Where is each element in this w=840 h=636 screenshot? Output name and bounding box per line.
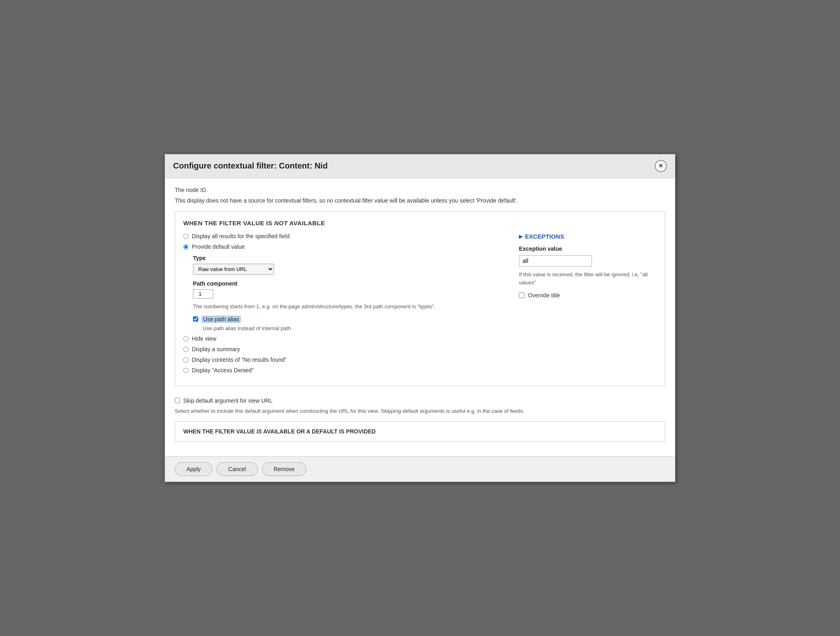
exceptions-header[interactable]: ▶ EXCEPTIONS	[519, 233, 657, 240]
description-line1: The node ID.	[175, 186, 665, 194]
exceptions-title: EXCEPTIONS	[525, 233, 564, 240]
type-select-wrapper: Raw value from URL PHP Code User ID Node…	[193, 264, 503, 275]
radio-no-results: Display contents of "No results found"	[183, 356, 503, 363]
right-column-exceptions: ▶ EXCEPTIONS Exception value If this val…	[519, 233, 657, 378]
apply-button[interactable]: Apply	[175, 462, 212, 476]
cancel-button[interactable]: Cancel	[216, 462, 258, 476]
radio-provide-default-label[interactable]: Provide default value	[192, 243, 245, 250]
left-column: Display all results for the specified fi…	[183, 233, 503, 378]
radio-hide-view-input[interactable]	[183, 336, 189, 341]
radio-display-summary-input[interactable]	[183, 347, 189, 352]
radio-access-denied: Display "Access Denied"	[183, 367, 503, 373]
path-component-input[interactable]	[193, 289, 213, 299]
type-field-label: Type	[193, 255, 503, 261]
description-line2: This display does not have a source for …	[175, 197, 665, 205]
type-select[interactable]: Raw value from URL PHP Code User ID Node…	[193, 264, 274, 275]
when-not-available-title: WHEN THE FILTER VALUE IS NOT AVAILABLE	[183, 220, 657, 226]
radio-display-all-input[interactable]	[183, 234, 189, 239]
path-component-help: The numbering starts from 1, e.g. on the…	[193, 303, 503, 311]
override-title-row: Override title	[519, 292, 657, 299]
skip-default-label[interactable]: Skip default argument for view URL	[183, 397, 272, 404]
skip-default-checkbox[interactable]	[175, 398, 180, 403]
path-component-input-wrap	[193, 289, 503, 299]
override-title-checkbox[interactable]	[519, 292, 525, 298]
modal-title: Configure contextual filter: Content: Ni…	[173, 161, 328, 171]
remove-button[interactable]: Remove	[262, 462, 306, 476]
override-title-label[interactable]: Override title	[528, 292, 560, 299]
skip-checkbox-row: Skip default argument for view URL	[175, 397, 665, 404]
two-column-layout: Display all results for the specified fi…	[183, 233, 657, 378]
radio-access-denied-label[interactable]: Display "Access Denied"	[192, 367, 254, 373]
modal-header: Configure contextual filter: Content: Ni…	[165, 154, 675, 178]
close-button[interactable]: ×	[655, 160, 667, 172]
exception-value-input[interactable]	[519, 255, 592, 267]
radio-provide-default: Provide default value	[183, 243, 503, 250]
radio-display-all-label[interactable]: Display all results for the specified fi…	[192, 233, 289, 239]
modal-footer: Apply Cancel Remove	[165, 456, 675, 482]
bottom-section-title: WHEN THE FILTER VALUE IS AVAILABLE OR A …	[183, 428, 657, 435]
provide-default-indent: Type Raw value from URL PHP Code User ID…	[193, 255, 503, 331]
path-component-label: Path component	[193, 280, 503, 287]
radio-hide-view-label[interactable]: Hide view	[192, 335, 216, 342]
radio-display-all: Display all results for the specified fi…	[183, 233, 503, 239]
radio-no-results-input[interactable]	[183, 357, 189, 363]
use-path-alias-help: Use path alias instead of internal path.	[203, 325, 503, 331]
exception-value-label: Exception value	[519, 245, 657, 252]
exceptions-triangle: ▶	[519, 234, 523, 239]
radio-provide-default-input[interactable]	[183, 244, 189, 250]
radio-display-summary-label[interactable]: Display a summary	[192, 346, 240, 352]
bottom-section-box: WHEN THE FILTER VALUE IS AVAILABLE OR A …	[175, 421, 665, 442]
use-path-alias-row: Use path alias	[193, 316, 503, 323]
exception-help: If this value is received, the filter wi…	[519, 271, 657, 286]
radio-hide-view: Hide view	[183, 335, 503, 342]
radio-no-results-label[interactable]: Display contents of "No results found"	[192, 356, 287, 363]
modal-dialog: Configure contextual filter: Content: Ni…	[165, 154, 675, 482]
when-not-available-section: WHEN THE FILTER VALUE IS NOT AVAILABLE D…	[175, 211, 665, 386]
skip-help: Select whether to include this default a…	[175, 407, 665, 415]
skip-section: Skip default argument for view URL Selec…	[175, 393, 665, 422]
use-path-alias-label[interactable]: Use path alias	[201, 316, 241, 323]
radio-display-summary: Display a summary	[183, 346, 503, 352]
radio-access-denied-input[interactable]	[183, 368, 189, 373]
use-path-alias-checkbox[interactable]	[193, 316, 198, 322]
modal-body: The node ID. This display does not have …	[165, 178, 675, 456]
